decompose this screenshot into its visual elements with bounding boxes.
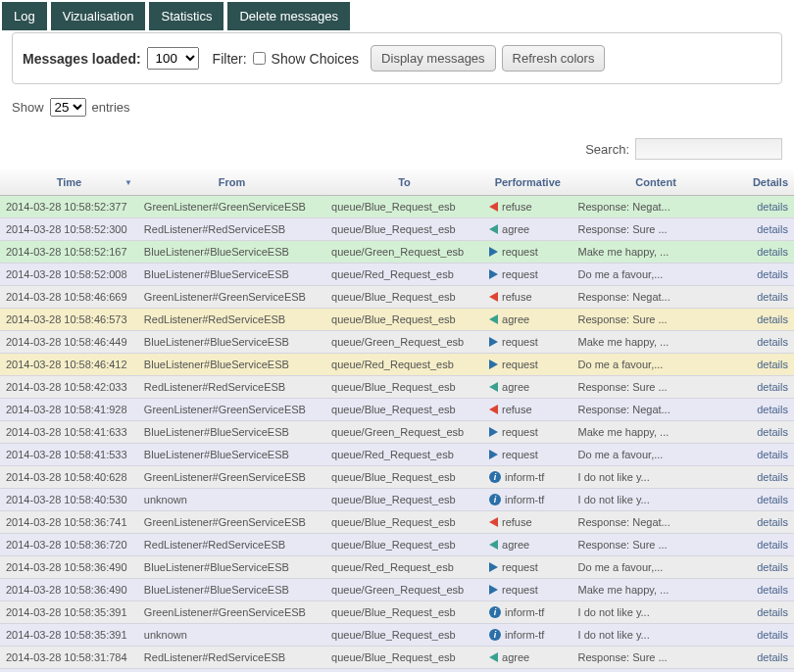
col-header-from[interactable]: From [138, 169, 325, 196]
cell-time: 2014-03-28 10:58:41:633 [0, 421, 138, 444]
entries-length-control: Show 25 entries [0, 94, 794, 120]
filter-bar: Messages loaded: 100 Filter: Show Choice… [12, 32, 782, 84]
cell-content: Response: Negat... [572, 399, 740, 421]
messages-loaded-select[interactable]: 100 [147, 47, 199, 70]
cell-from: BlueListener#BlueServiceESB [138, 354, 325, 376]
details-link[interactable]: details [740, 376, 794, 399]
col-header-time[interactable]: Time▼ [0, 169, 138, 196]
table-row: 2014-03-28 10:58:31:686GreenListener#Gre… [0, 669, 794, 673]
details-link[interactable]: details [740, 241, 794, 264]
table-row: 2014-03-28 10:58:31:784RedListener#RedSe… [0, 647, 794, 669]
cell-content: I do not like y... [572, 466, 740, 489]
cell-content: Response: Negat... [572, 669, 740, 673]
search-input[interactable] [635, 138, 782, 160]
details-link[interactable]: details [740, 669, 794, 673]
cell-to: queue/Blue_Request_esb [325, 196, 483, 218]
cell-to: queue/Red_Request_esb [325, 444, 483, 466]
details-link[interactable]: details [740, 399, 794, 421]
cell-from: unknown [138, 489, 325, 511]
triangle-right-icon [489, 562, 498, 572]
cell-from: GreenListener#GreenServiceESB [138, 669, 325, 673]
table-row: 2014-03-28 10:58:40:628GreenListener#Gre… [0, 466, 794, 489]
cell-content: I do not like y... [572, 489, 740, 511]
cell-time: 2014-03-28 10:58:35:391 [0, 624, 138, 647]
details-link[interactable]: details [740, 286, 794, 309]
tab-statistics[interactable]: Statistics [149, 2, 223, 30]
cell-performative: request [483, 421, 572, 444]
cell-performative: request [483, 331, 572, 354]
cell-performative: agree [483, 647, 572, 669]
cell-content: I do not like y... [572, 601, 740, 624]
details-link[interactable]: details [740, 489, 794, 511]
details-link[interactable]: details [740, 466, 794, 489]
col-header-details[interactable]: Details [740, 169, 794, 196]
cell-to: queue/Blue_Request_esb [325, 669, 483, 673]
details-link[interactable]: details [740, 511, 794, 534]
col-header-performative[interactable]: Performative [483, 169, 572, 196]
table-row: 2014-03-28 10:58:36:720RedListener#RedSe… [0, 534, 794, 556]
entries-label: entries [92, 100, 130, 115]
display-messages-button[interactable]: Display messages [371, 45, 496, 72]
table-row: 2014-03-28 10:58:46:449BlueListener#Blue… [0, 331, 794, 354]
cell-time: 2014-03-28 10:58:31:784 [0, 647, 138, 669]
cell-to: queue/Blue_Request_esb [325, 286, 483, 309]
cell-to: queue/Blue_Request_esb [325, 218, 483, 241]
cell-content: Response: Negat... [572, 511, 740, 534]
tab-log[interactable]: Log [2, 2, 47, 30]
details-link[interactable]: details [740, 309, 794, 331]
cell-from: GreenListener#GreenServiceESB [138, 511, 325, 534]
cell-time: 2014-03-28 10:58:41:533 [0, 444, 138, 466]
triangle-left-icon [489, 517, 498, 527]
details-link[interactable]: details [740, 601, 794, 624]
cell-from: GreenListener#GreenServiceESB [138, 466, 325, 489]
entries-select[interactable]: 25 [50, 98, 86, 117]
details-link[interactable]: details [740, 579, 794, 601]
details-link[interactable]: details [740, 444, 794, 466]
details-link[interactable]: details [740, 218, 794, 241]
cell-to: queue/Blue_Request_esb [325, 624, 483, 647]
cell-performative: refuse [483, 286, 572, 309]
table-row: 2014-03-28 10:58:35:391GreenListener#Gre… [0, 601, 794, 624]
cell-time: 2014-03-28 10:58:31:686 [0, 669, 138, 673]
cell-time: 2014-03-28 10:58:46:573 [0, 309, 138, 331]
triangle-left-icon [489, 652, 498, 662]
cell-from: RedListener#RedServiceESB [138, 534, 325, 556]
tab-delete-messages[interactable]: Delete messages [227, 2, 349, 30]
cell-content: Do me a favour,... [572, 354, 740, 376]
details-link[interactable]: details [740, 534, 794, 556]
table-row: 2014-03-28 10:58:35:391unknownqueue/Blue… [0, 624, 794, 647]
cell-time: 2014-03-28 10:58:35:391 [0, 601, 138, 624]
cell-from: BlueListener#BlueServiceESB [138, 241, 325, 264]
cell-performative: request [483, 556, 572, 579]
tab-vizualisation[interactable]: Vizualisation [51, 2, 146, 30]
cell-time: 2014-03-28 10:58:52:377 [0, 196, 138, 218]
cell-from: GreenListener#GreenServiceESB [138, 399, 325, 421]
cell-time: 2014-03-28 10:58:36:490 [0, 579, 138, 601]
show-choices-checkbox[interactable] [253, 52, 266, 65]
cell-content: Response: Sure ... [572, 218, 740, 241]
cell-from: GreenListener#GreenServiceESB [138, 601, 325, 624]
cell-content: Response: Negat... [572, 196, 740, 218]
cell-performative: iinform-tf [483, 489, 572, 511]
details-link[interactable]: details [740, 196, 794, 218]
cell-performative: request [483, 241, 572, 264]
col-header-content[interactable]: Content [572, 169, 740, 196]
cell-to: queue/Blue_Request_esb [325, 376, 483, 399]
cell-performative: request [483, 579, 572, 601]
details-link[interactable]: details [740, 354, 794, 376]
details-link[interactable]: details [740, 624, 794, 647]
cell-to: queue/Blue_Request_esb [325, 309, 483, 331]
details-link[interactable]: details [740, 556, 794, 579]
refresh-colors-button[interactable]: Refresh colors [502, 45, 606, 72]
details-link[interactable]: details [740, 421, 794, 444]
cell-content: Response: Sure ... [572, 309, 740, 331]
col-header-to[interactable]: To [325, 169, 483, 196]
cell-time: 2014-03-28 10:58:40:530 [0, 489, 138, 511]
cell-time: 2014-03-28 10:58:46:412 [0, 354, 138, 376]
details-link[interactable]: details [740, 647, 794, 669]
cell-performative: iinform-tf [483, 624, 572, 647]
cell-to: queue/Red_Request_esb [325, 264, 483, 286]
details-link[interactable]: details [740, 264, 794, 286]
details-link[interactable]: details [740, 331, 794, 354]
table-row: 2014-03-28 10:58:46:669GreenListener#Gre… [0, 286, 794, 309]
